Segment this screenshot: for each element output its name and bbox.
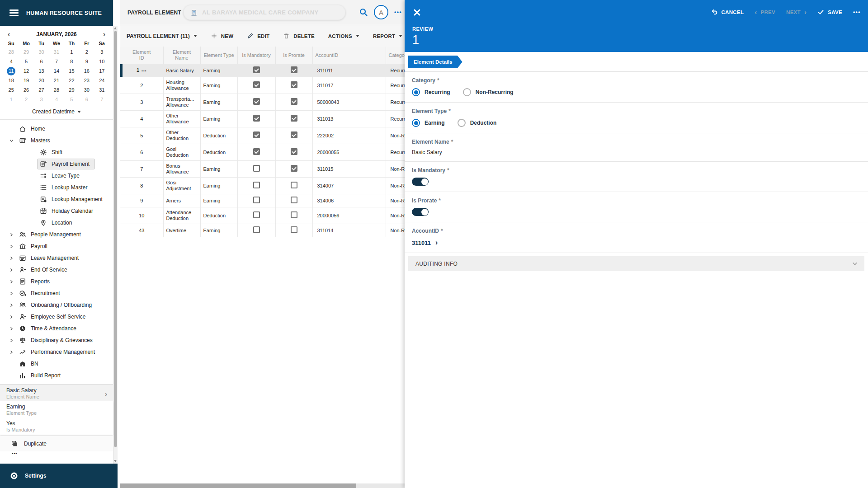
calendar-day[interactable]: 4 <box>4 57 19 66</box>
calendar-day[interactable]: 6 <box>34 57 49 66</box>
sidebar-item-leave-management[interactable]: Leave Management <box>0 252 113 264</box>
calendar-prev-icon[interactable]: ‹ <box>5 31 12 38</box>
calendar-day[interactable]: 4 <box>49 95 64 104</box>
sidebar-item-onboarding-offboarding[interactable]: Onboarding / Offboarding <box>0 299 113 311</box>
quick-info-row[interactable]: EarningElement Type <box>0 401 113 418</box>
calendar-day[interactable]: 2 <box>19 95 33 104</box>
calendar-day[interactable]: 1 <box>4 95 19 104</box>
sidebar-item-holiday-calendar[interactable]: Holiday Calendar <box>0 205 113 217</box>
sidebar-item-disciplinary-grievances[interactable]: Disciplinary & Grievances <box>0 334 113 346</box>
save-button[interactable]: SAVE <box>817 9 842 15</box>
category-option-recurring[interactable]: Recurring <box>412 88 450 96</box>
sidebar-item-payroll[interactable]: Payroll <box>0 240 113 252</box>
calendar-day[interactable]: 24 <box>94 76 109 85</box>
calendar-day[interactable]: 7 <box>49 57 64 66</box>
column-header[interactable]: Is Prorate <box>275 47 312 64</box>
edit-button[interactable]: EDIT <box>247 33 269 39</box>
calendar-day[interactable]: 30 <box>79 85 94 95</box>
collection-selector[interactable]: PAYROLL ELEMENT (11) <box>127 33 197 39</box>
new-button[interactable]: NEW <box>211 33 233 39</box>
actions-dropdown[interactable]: ACTIONS <box>328 33 359 39</box>
calendar-day[interactable]: 29 <box>64 85 79 95</box>
chevron-down-icon[interactable] <box>9 138 16 143</box>
checkbox-checked[interactable] <box>253 115 260 122</box>
checkbox-checked[interactable] <box>253 66 260 73</box>
chevron-right-icon[interactable] <box>9 338 16 343</box>
checkbox-unchecked[interactable] <box>291 226 297 233</box>
checkbox-checked[interactable] <box>253 81 260 88</box>
calendar-day[interactable]: 22 <box>64 76 79 85</box>
calendar-day[interactable]: 12 <box>19 66 33 76</box>
sidebar-item-masters[interactable]: Masters <box>0 135 113 146</box>
row-menu-icon[interactable]: ••• <box>142 69 146 73</box>
sidebar-item-people-management[interactable]: People Management <box>0 229 113 240</box>
column-header[interactable]: Is Mandatory <box>237 47 275 64</box>
checkbox-checked[interactable] <box>291 98 297 105</box>
close-icon[interactable] <box>413 8 421 17</box>
calendar-day[interactable]: 27 <box>34 85 49 95</box>
checkbox-checked[interactable] <box>253 98 260 105</box>
calendar-day[interactable]: 20 <box>34 76 49 85</box>
checkbox-checked[interactable] <box>291 148 297 155</box>
calendar-day[interactable]: 29 <box>19 47 33 57</box>
chevron-right-icon[interactable] <box>9 302 16 308</box>
sidebar-item-payroll-element[interactable]: Payroll Element <box>0 158 113 170</box>
checkbox-unchecked[interactable] <box>253 197 260 203</box>
account-id-value[interactable]: 311011 › <box>412 239 861 247</box>
duplicate-button[interactable]: Duplicate <box>0 436 113 451</box>
column-header[interactable]: Element Name <box>163 47 200 64</box>
chevron-right-icon[interactable] <box>9 349 16 355</box>
calendar-next-icon[interactable]: › <box>101 31 108 38</box>
calendar-day[interactable]: 6 <box>79 95 94 104</box>
is-prorate-toggle[interactable] <box>412 208 429 216</box>
chevron-right-icon[interactable] <box>9 255 16 261</box>
radio-unselected-icon[interactable] <box>458 119 466 127</box>
company-selector[interactable]: AL BARAYA MEDICAL CARE COMPANY <box>184 5 345 20</box>
calendar-day[interactable]: 15 <box>64 66 79 76</box>
sidebar-item-recruitment[interactable]: Recruitment <box>0 287 113 299</box>
column-header[interactable]: Element ID <box>120 47 163 64</box>
is-mandatory-toggle[interactable] <box>412 178 429 186</box>
calendar-day[interactable]: 18 <box>4 76 19 85</box>
avatar[interactable]: A <box>374 5 388 19</box>
calendar-day[interactable]: 14 <box>49 66 64 76</box>
report-dropdown[interactable]: REPORT <box>373 33 402 39</box>
calendar-day[interactable]: 2 <box>79 47 94 57</box>
calendar-day[interactable]: 17 <box>94 66 109 76</box>
column-header[interactable]: Element Type <box>200 47 237 64</box>
chevron-right-icon[interactable] <box>9 326 16 331</box>
checkbox-unchecked[interactable] <box>291 197 297 203</box>
checkbox-unchecked[interactable] <box>253 165 260 172</box>
quick-info-row[interactable]: Basic SalaryElement Name› <box>0 385 113 401</box>
more-options-icon[interactable]: ••• <box>394 9 402 15</box>
checkbox-checked[interactable] <box>291 81 297 88</box>
calendar-day[interactable]: 9 <box>79 57 94 66</box>
calendar-day[interactable]: 28 <box>49 85 64 95</box>
sidebar-item-performance-management[interactable]: Performance Management <box>0 346 113 358</box>
checkbox-unchecked[interactable] <box>253 182 260 188</box>
calendar-day[interactable]: 13 <box>34 66 49 76</box>
tab-element-details[interactable]: Element Details <box>408 56 462 68</box>
sidebar-scrollbar[interactable] <box>113 26 118 464</box>
element-name-value[interactable]: Basic Salary <box>412 149 861 155</box>
scroll-up-icon[interactable] <box>114 27 117 29</box>
scrollbar-thumb[interactable] <box>120 483 356 488</box>
category-option-non-recurring[interactable]: Non-Recurring <box>463 88 514 96</box>
sidebar-item-end-of-service[interactable]: End Of Service <box>0 264 113 276</box>
created-datetime-filter[interactable]: Created Datetime <box>4 104 109 119</box>
sidebar-item-shift[interactable]: Shift <box>0 146 113 158</box>
calendar-day[interactable]: 26 <box>19 85 33 95</box>
column-header[interactable]: AccountID <box>312 47 386 64</box>
checkbox-checked[interactable] <box>253 148 260 155</box>
calendar-day[interactable]: 31 <box>94 85 109 95</box>
sidebar-item-lookup-master[interactable]: Lookup Master <box>0 182 113 193</box>
calendar-day[interactable]: 16 <box>79 66 94 76</box>
calendar-day[interactable]: 10 <box>94 57 109 66</box>
checkbox-unchecked[interactable] <box>291 211 297 218</box>
cancel-button[interactable]: CANCEL <box>711 9 744 15</box>
radio-unselected-icon[interactable] <box>463 88 471 96</box>
chevron-right-icon[interactable] <box>9 314 16 319</box>
element-type-option-earning[interactable]: Earning <box>412 119 445 127</box>
element-type-option-deduction[interactable]: Deduction <box>458 119 497 127</box>
checkbox-checked[interactable] <box>253 131 260 138</box>
